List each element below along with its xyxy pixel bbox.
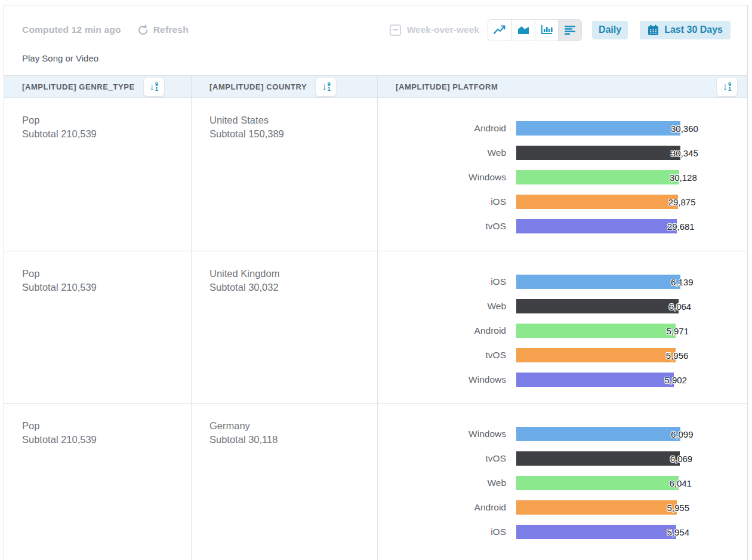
platform-bar-row: iOS5,954 (378, 519, 747, 544)
platform-label: Android (378, 325, 516, 336)
genre-cell-value: Pop (22, 267, 191, 281)
country-cell-subtotal: Subtotal 150,389 (209, 127, 377, 141)
platform-bar[interactable]: 29,875 (516, 195, 678, 209)
platform-bar-row: Windows5,902 (378, 367, 747, 392)
bar-track: 6,099 (516, 427, 680, 441)
country-cell-subtotal: Subtotal 30,118 (209, 433, 377, 447)
platform-bar-row: Android30,360 (378, 116, 747, 140)
granularity-label: Daily (599, 24, 621, 35)
platform-bar[interactable]: 6,139 (516, 275, 680, 289)
platform-bar-row: Windows6,099 (378, 421, 747, 446)
platform-label: Android (378, 502, 516, 513)
header-country: [AMPLITUDE] COUNTRY ↓ 91 (191, 75, 377, 98)
platform-bar-row: iOS29,875 (378, 189, 747, 214)
computed-status: Computed 12 min ago (22, 24, 121, 35)
platform-bar[interactable]: 30,345 (516, 146, 680, 160)
country-cell-value: Germany (209, 419, 377, 433)
bar-value-label: 29,875 (668, 196, 696, 207)
horizontal-bar-chart-button[interactable] (558, 20, 581, 41)
genre-cell-value: Pop (22, 113, 191, 127)
bar-value-label: 5,956 (666, 350, 689, 360)
platform-bar[interactable]: 6,069 (516, 451, 680, 466)
sort-button-genre-type[interactable]: ↓ 91 (143, 77, 165, 97)
bar-track: 5,956 (516, 348, 680, 362)
platform-label: Web (378, 478, 516, 488)
platform-bar-row: tvOS6,069 (378, 446, 747, 470)
sort-9-1-icon: 91 (155, 82, 158, 91)
platform-bar[interactable]: 6,064 (516, 299, 679, 313)
sort-9-1-icon: 91 (327, 82, 330, 91)
platform-bar-row: Web6,041 (378, 470, 747, 495)
genre-cell: PopSubtotal 210,539 (4, 251, 191, 403)
bar-value-label: 5,955 (667, 502, 690, 512)
platform-label: Windows (378, 172, 516, 183)
bar-track: 29,681 (516, 219, 680, 233)
bar-track: 6,064 (516, 299, 680, 313)
chart-type-selector (488, 19, 582, 41)
platform-label: Web (378, 301, 516, 312)
sort-button-country[interactable]: ↓ 91 (315, 77, 337, 97)
bar-track: 5,955 (516, 500, 680, 515)
bar-value-label: 6,069 (670, 453, 693, 463)
refresh-button[interactable]: Refresh (137, 24, 189, 36)
genre-cell-subtotal: Subtotal 210,539 (22, 281, 191, 294)
bar-value-label: 30,360 (671, 123, 698, 133)
platform-bar-row: Web30,345 (378, 140, 747, 165)
platform-label: Android (378, 123, 516, 134)
results-table: [AMPLITUDE] GENRE_TYPE ↓ 91 [AMPLITUDE] … (4, 75, 747, 560)
week-over-week-label: Week-over-week (407, 24, 479, 35)
sort-9-1-icon: 91 (728, 82, 731, 91)
bar-value-label: 6,099 (671, 429, 694, 439)
platform-bar[interactable]: 6,099 (516, 427, 680, 441)
platform-label: tvOS (378, 453, 516, 464)
platform-label: Web (378, 147, 516, 158)
sort-descending-icon: ↓ (322, 82, 327, 92)
country-cell: GermanySubtotal 30,118 (191, 404, 377, 560)
sort-button-platform[interactable]: ↓ 91 (716, 77, 738, 97)
country-cell-value: United States (209, 113, 377, 127)
platform-bar[interactable]: 6,041 (516, 476, 679, 490)
platform-label: iOS (378, 276, 516, 287)
bar-track: 30,128 (516, 170, 680, 184)
bar-value-label: 6,064 (669, 301, 692, 311)
sort-descending-icon: ↓ (723, 82, 728, 92)
column-chart-button[interactable] (535, 20, 558, 41)
platform-bar[interactable]: 30,360 (516, 121, 680, 136)
bar-value-label: 30,128 (670, 172, 697, 182)
bar-value-label: 30,345 (671, 147, 698, 158)
date-range-button[interactable]: Last 30 Days (640, 21, 731, 39)
platform-label: iOS (378, 196, 516, 207)
genre-cell-subtotal: Subtotal 210,539 (22, 433, 191, 447)
platform-bar[interactable]: 5,954 (516, 525, 676, 539)
platform-bar[interactable]: 5,955 (516, 500, 677, 515)
horizontal-bar-chart-icon (563, 24, 577, 36)
line-chart-button[interactable] (488, 20, 511, 41)
table-row: PopSubtotal 210,539United KingdomSubtota… (4, 251, 747, 403)
platform-label: tvOS (378, 221, 516, 232)
platform-bar[interactable]: 30,128 (516, 170, 679, 184)
genre-cell: PopSubtotal 210,539 (4, 98, 191, 251)
area-chart-button[interactable] (511, 20, 535, 41)
toolbar-right: Week-over-week (390, 19, 731, 41)
table-header-row: [AMPLITUDE] GENRE_TYPE ↓ 91 [AMPLITUDE] … (4, 75, 747, 98)
granularity-button[interactable]: Daily (592, 21, 628, 39)
bar-value-label: 5,902 (664, 374, 687, 384)
bar-track: 30,345 (516, 146, 680, 160)
platform-bar-row: Windows30,128 (378, 165, 747, 189)
table-row: PopSubtotal 210,539GermanySubtotal 30,11… (4, 403, 747, 560)
bar-track: 5,902 (516, 373, 680, 387)
platform-bar[interactable]: 5,902 (516, 373, 674, 387)
bar-track: 6,041 (516, 476, 680, 490)
genre-cell-value: Pop (22, 419, 191, 433)
bar-track: 5,954 (516, 525, 680, 539)
platform-bar[interactable]: 5,971 (516, 324, 676, 338)
analysis-panel: Computed 12 min ago Refresh Week-over-we… (4, 5, 748, 560)
week-over-week-toggle[interactable]: Week-over-week (390, 24, 479, 36)
platform-bar[interactable]: 5,956 (516, 348, 676, 362)
genre-cell-subtotal: Subtotal 210,539 (22, 127, 191, 141)
platform-bar[interactable]: 29,681 (516, 219, 677, 233)
event-title: Play Song or Video (22, 53, 747, 63)
bar-track: 6,139 (516, 275, 680, 289)
platform-bar-row: Web6,064 (378, 294, 747, 318)
table-row: PopSubtotal 210,539United StatesSubtotal… (4, 98, 747, 251)
